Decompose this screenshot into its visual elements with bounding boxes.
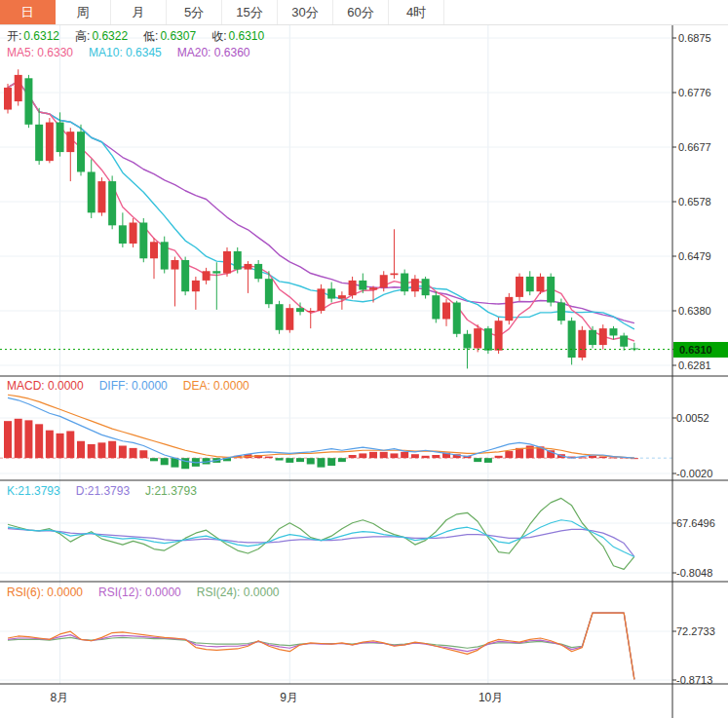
x-axis-month-label: 8月 xyxy=(51,690,69,706)
kdj-legend: K:21.3793D:21.3793J:21.3793 xyxy=(7,484,212,498)
kdj-axis-label: 67.6496 xyxy=(676,517,715,529)
ma-legend: MA5: 0.6330MA10: 0.6345MA20: 0.6360 xyxy=(7,46,265,59)
legend-item: MA20: 0.6360 xyxy=(177,46,250,59)
ohlc-label: 收: xyxy=(211,29,226,43)
rsi-legend: RSI(6): 0.0000RSI(12): 0.0000RSI(24): 0.… xyxy=(7,586,294,599)
legend-item: J:21.3793 xyxy=(145,484,197,498)
legend-item: DEA: 0.0000 xyxy=(183,379,249,393)
ohlc-value: 0.6322 xyxy=(92,29,128,43)
rsi-axis-label: -0.8713 xyxy=(676,674,712,686)
legend-item: MACD: 0.0000 xyxy=(7,379,84,393)
legend-item: RSI(12): 0.0000 xyxy=(98,586,181,599)
price-axis-label: 0.6380 xyxy=(678,305,711,317)
legend-item: K:21.3793 xyxy=(7,484,60,498)
ohlc-value: 0.6312 xyxy=(23,29,59,43)
x-axis-month-label: 9月 xyxy=(280,690,298,706)
price-axis-label: 0.6281 xyxy=(678,359,711,371)
tab-30分[interactable]: 30分 xyxy=(278,0,333,24)
ohlc-label: 高: xyxy=(75,29,90,43)
price-axis-label: 0.6875 xyxy=(678,32,711,44)
price-axis-label: 0.6578 xyxy=(678,196,711,208)
legend-item: DIFF: 0.0000 xyxy=(99,379,168,393)
tab-15分[interactable]: 15分 xyxy=(222,0,278,24)
x-axis-month-label: 10月 xyxy=(479,690,503,706)
ohlc-value: 0.6307 xyxy=(160,29,196,43)
legend-item: MA5: 0.6330 xyxy=(7,46,73,59)
main-candlestick-panel[interactable] xyxy=(0,24,672,376)
rsi-axis-label: 72.2733 xyxy=(676,625,715,637)
price-axis-label: 0.6479 xyxy=(678,250,711,262)
ohlc-label: 低: xyxy=(143,29,158,43)
macd-axis-label: -0.0020 xyxy=(676,468,712,479)
ohlc-label: 开: xyxy=(7,29,21,43)
macd-legend: MACD: 0.0000DIFF: 0.0000DEA: 0.0000 xyxy=(7,379,265,393)
tab-60分[interactable]: 60分 xyxy=(333,0,389,24)
tab-月[interactable]: 月 xyxy=(111,0,167,24)
price-axis-label: 0.6677 xyxy=(678,141,711,153)
ohlc-value: 0.6310 xyxy=(228,29,264,43)
ohlc-legend: 开:0.6312高:0.6322低:0.6307收:0.6310 xyxy=(7,28,280,45)
tab-日[interactable]: 日 xyxy=(0,0,56,24)
kdj-axis-label: -0.8048 xyxy=(676,567,712,579)
legend-item: MA10: 0.6345 xyxy=(89,46,162,59)
macd-axis-label: 0.0052 xyxy=(676,412,709,424)
legend-item: D:21.3793 xyxy=(76,484,130,498)
tab-4时[interactable]: 4时 xyxy=(389,0,444,24)
current-price-badge: 0.6310 xyxy=(673,342,728,358)
legend-item: RSI(6): 0.0000 xyxy=(7,586,83,599)
tab-周[interactable]: 周 xyxy=(56,0,111,24)
tab-5分[interactable]: 5分 xyxy=(167,0,222,24)
price-axis-label: 0.6776 xyxy=(678,87,711,98)
period-tabbar: 日周月5分15分30分60分4时 xyxy=(0,0,728,25)
legend-item: RSI(24): 0.0000 xyxy=(197,586,280,599)
